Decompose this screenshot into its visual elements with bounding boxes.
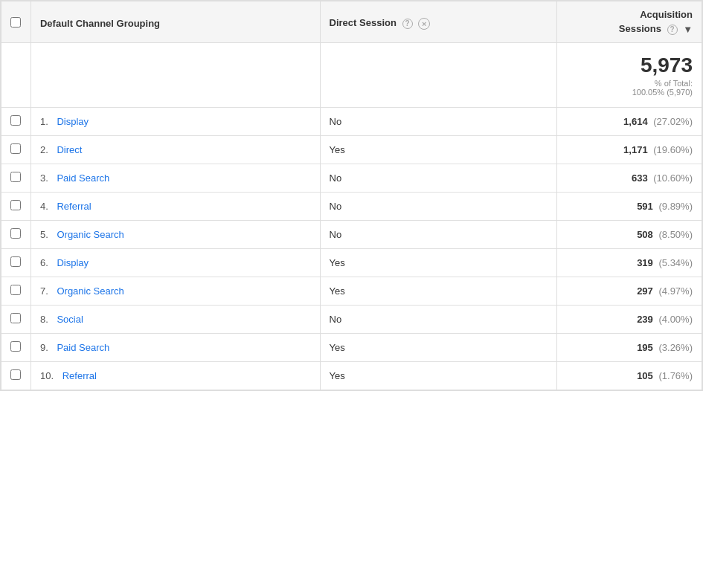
channel-link[interactable]: Referral <box>62 370 97 381</box>
row-sessions-cell: 1,614 (27.02%) <box>557 108 702 136</box>
direct-session-label: Direct Session <box>330 17 397 28</box>
row-checkbox[interactable] <box>10 172 21 182</box>
sessions-value: 508 <box>637 229 653 240</box>
row-channel-cell: 8. Social <box>31 306 320 334</box>
row-checkbox-cell[interactable] <box>1 362 31 390</box>
sessions-value: 297 <box>637 285 653 297</box>
sessions-pct: (5.34%) <box>658 257 693 268</box>
header-row-top: Default Channel Grouping Direct Session … <box>1 1 702 22</box>
channel-link[interactable]: Referral <box>57 201 91 212</box>
row-sessions-cell: 105 (1.76%) <box>557 362 702 390</box>
summary-row: 5,973 % of Total: 100.05% (5,970) <box>1 43 702 108</box>
select-all-checkbox-header[interactable] <box>1 1 31 43</box>
row-channel-cell: 6. Display <box>31 249 320 277</box>
row-sessions-cell: 195 (3.26%) <box>557 334 702 362</box>
row-number: 8. <box>40 314 48 325</box>
sessions-pct: (3.26%) <box>658 342 693 353</box>
sessions-value: 239 <box>637 314 653 325</box>
summary-total-value: 5,973 <box>566 54 693 77</box>
row-channel-cell: 3. Paid Search <box>31 164 320 193</box>
sessions-help-icon[interactable]: ? <box>667 25 678 35</box>
summary-direct-cell <box>320 43 557 108</box>
direct-help-icon[interactable]: ? <box>402 19 413 29</box>
channel-link[interactable]: Organic Search <box>57 285 123 297</box>
row-number: 6. <box>40 257 48 268</box>
row-checkbox[interactable] <box>10 200 21 210</box>
analytics-table: Default Channel Grouping Direct Session … <box>0 0 703 391</box>
row-channel-cell: 9. Paid Search <box>31 334 320 362</box>
sessions-pct: (10.60%) <box>653 172 693 184</box>
row-direct-cell: No <box>320 193 557 221</box>
sessions-pct: (1.76%) <box>658 370 693 381</box>
row-checkbox[interactable] <box>10 341 21 352</box>
row-checkbox-cell[interactable] <box>1 306 31 334</box>
channel-column-header: Default Channel Grouping <box>31 1 320 43</box>
row-checkbox-cell[interactable] <box>1 277 31 306</box>
sessions-value: 319 <box>637 257 653 268</box>
channel-link[interactable]: Paid Search <box>57 172 109 184</box>
channel-link[interactable]: Social <box>57 314 83 325</box>
sessions-value: 1,171 <box>623 144 648 155</box>
row-sessions-cell: 1,171 (19.60%) <box>557 136 702 164</box>
row-number: 1. <box>40 116 48 127</box>
row-checkbox-cell[interactable] <box>1 334 31 362</box>
sessions-column-header[interactable]: Sessions ? ▼ <box>557 22 702 43</box>
row-channel-cell: 10. Referral <box>31 362 320 390</box>
row-channel-cell: 4. Referral <box>31 193 320 221</box>
table-row: 10. Referral Yes 105 (1.76%) <box>1 362 702 390</box>
channel-link[interactable]: Direct <box>57 144 82 155</box>
row-direct-cell: Yes <box>320 334 557 362</box>
row-checkbox-cell[interactable] <box>1 221 31 249</box>
row-direct-cell: Yes <box>320 277 557 306</box>
sessions-pct: (19.60%) <box>653 144 693 155</box>
row-sessions-cell: 508 (8.50%) <box>557 221 702 249</box>
table-row: 5. Organic Search No 508 (8.50%) <box>1 221 702 249</box>
summary-checkbox-cell <box>1 43 31 108</box>
row-channel-cell: 5. Organic Search <box>31 221 320 249</box>
table-row: 8. Social No 239 (4.00%) <box>1 306 702 334</box>
sessions-pct: (4.00%) <box>658 314 693 325</box>
row-checkbox[interactable] <box>10 285 21 295</box>
sessions-value: 1,614 <box>623 116 648 127</box>
row-direct-cell: No <box>320 306 557 334</box>
sessions-pct: (4.97%) <box>658 285 693 297</box>
table-row: 9. Paid Search Yes 195 (3.26%) <box>1 334 702 362</box>
sessions-pct: (27.02%) <box>653 116 693 127</box>
row-checkbox[interactable] <box>10 115 21 126</box>
row-sessions-cell: 297 (4.97%) <box>557 277 702 306</box>
channel-link[interactable]: Paid Search <box>57 342 109 353</box>
summary-channel-cell <box>31 43 320 108</box>
row-checkbox-cell[interactable] <box>1 108 31 136</box>
row-sessions-cell: 239 (4.00%) <box>557 306 702 334</box>
row-checkbox-cell[interactable] <box>1 193 31 221</box>
row-number: 10. <box>40 370 54 381</box>
channel-link[interactable]: Display <box>57 116 89 127</box>
row-channel-cell: 2. Direct <box>31 136 320 164</box>
row-direct-cell: No <box>320 164 557 193</box>
row-number: 5. <box>40 229 48 240</box>
row-checkbox-cell[interactable] <box>1 164 31 193</box>
table-row: 6. Display Yes 319 (5.34%) <box>1 249 702 277</box>
sessions-pct: (9.89%) <box>658 201 693 212</box>
row-sessions-cell: 633 (10.60%) <box>557 164 702 193</box>
table-body: 5,973 % of Total: 100.05% (5,970) 1. Dis… <box>1 43 702 390</box>
channel-link[interactable]: Display <box>57 257 89 268</box>
channel-link[interactable]: Organic Search <box>57 229 123 240</box>
select-all-checkbox[interactable] <box>10 17 21 28</box>
row-checkbox[interactable] <box>10 256 21 267</box>
row-channel-cell: 7. Organic Search <box>31 277 320 306</box>
row-checkbox[interactable] <box>10 313 21 323</box>
direct-close-icon[interactable]: × <box>418 18 430 30</box>
summary-sessions-cell: 5,973 % of Total: 100.05% (5,970) <box>557 43 702 108</box>
table-row: 7. Organic Search Yes 297 (4.97%) <box>1 277 702 306</box>
row-direct-cell: Yes <box>320 249 557 277</box>
row-checkbox-cell[interactable] <box>1 249 31 277</box>
row-number: 9. <box>40 342 48 353</box>
row-checkbox[interactable] <box>10 228 21 239</box>
row-checkbox[interactable] <box>10 143 21 154</box>
sessions-value: 105 <box>637 370 653 381</box>
sessions-sort-icon[interactable]: ▼ <box>683 24 693 35</box>
row-checkbox[interactable] <box>10 369 21 380</box>
row-direct-cell: Yes <box>320 362 557 390</box>
row-checkbox-cell[interactable] <box>1 136 31 164</box>
